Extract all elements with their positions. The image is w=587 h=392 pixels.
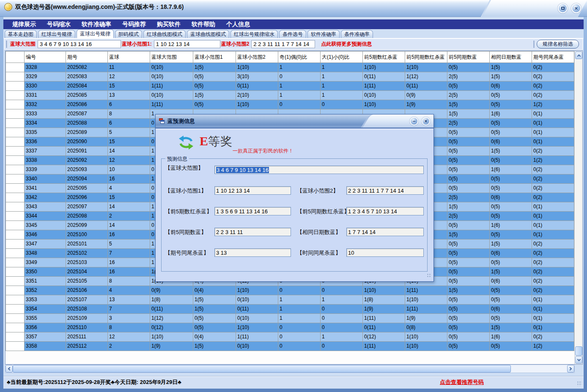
cell[interactable]: 2025100 (66, 230, 108, 240)
cell[interactable]: 1(10) (236, 100, 278, 109)
cell[interactable]: 0 (278, 332, 321, 342)
row-selector[interactable] (6, 184, 25, 193)
cell[interactable]: 0(5) (447, 249, 490, 258)
vertical-scrollbar[interactable] (574, 51, 582, 364)
cell[interactable]: 2025111 (66, 332, 108, 342)
cell[interactable]: 1(2) (532, 342, 574, 351)
cell[interactable]: 12 (108, 156, 150, 165)
cell[interactable]: 0(2) (532, 147, 574, 156)
cell[interactable]: 0(6) (490, 277, 532, 286)
tab-9[interactable]: 条件准确率 (341, 30, 373, 38)
cell[interactable]: 1(5) (490, 323, 532, 332)
cell[interactable]: 0 (321, 286, 363, 295)
cell[interactable]: 0(1) (532, 137, 574, 147)
cell[interactable]: 0(11) (236, 82, 278, 91)
dialog-resize-grip-icon[interactable] (427, 273, 431, 278)
cell[interactable]: 0(5) (447, 156, 490, 165)
row-selector[interactable] (6, 82, 25, 91)
cell[interactable]: 0(2) (532, 63, 574, 72)
cell[interactable]: 2025086 (66, 100, 108, 109)
cell[interactable]: 3348 (25, 249, 66, 258)
column-header-7[interactable]: 大(1)小(0)比 (321, 52, 363, 63)
cell[interactable]: 0 (321, 305, 363, 314)
cell[interactable]: 1(2) (532, 156, 574, 165)
cell[interactable]: 1(11) (363, 82, 405, 91)
row-selector[interactable] (6, 230, 25, 240)
column-header-6[interactable]: 奇(1)偶(0)比 (278, 52, 321, 63)
cell[interactable]: 1(5) (447, 109, 490, 119)
row-selector[interactable] (6, 128, 25, 137)
cell[interactable]: 0 (321, 314, 363, 323)
cell[interactable]: 0(5) (490, 202, 532, 212)
cell[interactable]: 0 (278, 100, 321, 109)
cell[interactable]: 1(9) (405, 314, 447, 323)
cell[interactable]: 1(5) (447, 230, 490, 240)
cell[interactable]: 16 (108, 267, 150, 277)
cell[interactable]: 0(2) (532, 184, 574, 193)
cell[interactable]: 0(1) (532, 314, 574, 323)
cell[interactable]: 1(2) (532, 100, 574, 109)
menu-item-2[interactable]: 软件准确率 (76, 21, 117, 28)
cell[interactable]: 6 (108, 100, 150, 109)
field-issue-tail-kill-blue-input[interactable]: 3 13 (214, 248, 291, 257)
rule-name-filter-button[interactable]: 规律名称筛选 (537, 40, 579, 49)
cell[interactable]: 0(9) (150, 286, 193, 295)
cell[interactable]: 3341 (25, 184, 66, 193)
recommended-numbers-link[interactable]: 点击查看推荐号码 (440, 378, 484, 386)
cell[interactable]: 0(8) (405, 323, 447, 332)
cell[interactable]: 3343 (25, 202, 66, 212)
tab-0[interactable]: 基本走趋图 (5, 30, 37, 38)
tab-3[interactable]: 胆码模式 (115, 30, 142, 38)
cell[interactable]: 0(5) (447, 305, 490, 314)
cell[interactable]: 0(2) (532, 267, 574, 277)
row-selector[interactable] (6, 249, 25, 258)
scroll-right-button[interactable] (567, 365, 574, 373)
cell[interactable]: 0(1) (532, 109, 574, 119)
cell[interactable]: 0(5) (447, 174, 490, 184)
cell[interactable]: 16 (108, 258, 150, 267)
scroll-left-button[interactable] (5, 365, 13, 373)
cell[interactable]: 0(2) (532, 332, 574, 342)
cell[interactable]: 1(12) (405, 72, 447, 82)
row-selector[interactable] (6, 72, 25, 82)
cell[interactable]: 0(5) (193, 100, 236, 109)
cell[interactable]: 1 (321, 82, 363, 91)
cell[interactable]: 0(5) (447, 147, 490, 156)
cell[interactable]: 0(10) (236, 314, 278, 323)
cell[interactable]: 3345 (25, 221, 66, 230)
cell[interactable]: 1 (278, 295, 321, 305)
cell[interactable]: 2025106 (66, 286, 108, 295)
cell[interactable]: 0 (278, 72, 321, 82)
row-selector[interactable] (6, 286, 25, 295)
cell[interactable]: 1 (278, 91, 321, 100)
cell[interactable]: 0(1) (532, 221, 574, 230)
cell[interactable]: 1(10) (236, 286, 278, 295)
cell[interactable]: 1(11) (405, 286, 447, 295)
cell[interactable]: 0(5) (447, 314, 490, 323)
row-selector[interactable] (6, 221, 25, 230)
cell[interactable]: 0(5) (447, 342, 490, 351)
row-selector[interactable] (6, 119, 25, 128)
cell[interactable]: 0(5) (490, 91, 532, 100)
cell[interactable]: 2(5) (447, 119, 490, 128)
vertical-scroll-thumb[interactable] (575, 346, 582, 356)
cell[interactable]: 0(10) (150, 91, 193, 100)
cell[interactable]: 0(10) (236, 295, 278, 305)
row-selector[interactable] (6, 267, 25, 277)
cell[interactable]: 3351 (25, 277, 66, 286)
cell[interactable]: 0(5) (490, 212, 532, 221)
cell[interactable]: 2025097 (66, 202, 108, 212)
column-header-4[interactable]: 蓝球小范围1 (193, 52, 236, 63)
cell[interactable]: 0(9) (405, 91, 447, 100)
cell[interactable]: 2025103 (66, 258, 108, 267)
cell[interactable]: 2(5) (447, 193, 490, 202)
cell[interactable]: 1(5) (193, 342, 236, 351)
cell[interactable]: 0(5) (447, 82, 490, 91)
cell[interactable]: 1(5) (447, 286, 490, 295)
cell[interactable]: 2025102 (66, 249, 108, 258)
cell[interactable]: 0(5) (447, 332, 490, 342)
row-selector[interactable] (6, 193, 25, 202)
cell[interactable]: 2025105 (66, 277, 108, 286)
cell[interactable]: 0(5) (193, 323, 236, 332)
tab-1[interactable]: 红球出号规律 (38, 30, 75, 38)
